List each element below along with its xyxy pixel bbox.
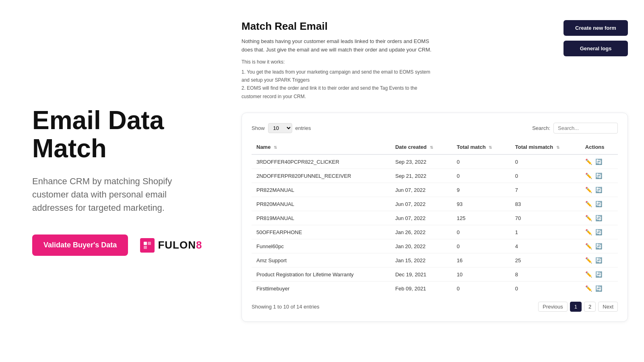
cell-name: PR819MANUAL [252,211,390,225]
table-row: 3RDOFFER40PCPR822_CLICKER Sep 23, 2022 0… [252,154,618,169]
cell-name: PR820MANUAL [252,197,390,211]
action-buttons: Create new form General logs [564,20,628,56]
steps-text: 1. You get the leads from your marketing… [242,68,435,101]
cell-date: Feb 09, 2021 [390,282,452,296]
cell-actions: ✏️ 🔄 [580,253,618,267]
page-2-button[interactable]: 2 [584,302,596,312]
refresh-icon[interactable]: 🔄 [595,201,602,207]
cta-row: Validate Buyer's Data FULON8 [32,234,201,256]
cell-date: Jan 15, 2022 [390,253,452,267]
table-row: PR822MANUAL Jun 07, 2022 9 7 ✏️ 🔄 [252,183,618,197]
table-row: Firsttimebuyer Feb 09, 2021 0 0 ✏️ 🔄 [252,282,618,296]
left-panel: Email Data Match Enhance CRM by matching… [0,0,233,362]
cell-match: 0 [452,239,510,253]
description-area: Match Real Email Nothing beats having yo… [242,20,435,101]
section-title: Match Real Email [242,20,435,33]
cell-actions: ✏️ 🔄 [580,211,618,225]
table-row: 2NDOFFERPR820FUNNEL_RECEIVER Sep 21, 202… [252,169,618,183]
refresh-icon[interactable]: 🔄 [595,257,602,263]
cell-actions: ✏️ 🔄 [580,239,618,253]
cell-mismatch: 25 [510,253,580,267]
next-button[interactable]: Next [598,302,618,312]
refresh-icon[interactable]: 🔄 [595,285,602,292]
table-row: PR819MANUAL Jun 07, 2022 125 70 ✏️ 🔄 [252,211,618,225]
cell-name: Amz Support [252,253,390,267]
cell-name: PR822MANUAL [252,183,390,197]
table-header-row: Name ⇅ Date created ⇅ Total match ⇅ Tota… [252,140,618,154]
cell-actions: ✏️ 🔄 [580,282,618,296]
table-controls: Show 10 25 50 100 entries Search: [252,123,618,134]
cell-name: Firsttimebuyer [252,282,390,296]
edit-icon[interactable]: ✏️ [585,201,592,207]
cell-match: 10 [452,267,510,282]
svg-rect-0 [144,242,147,245]
cell-mismatch: 83 [510,197,580,211]
refresh-icon[interactable]: 🔄 [595,215,602,221]
cell-name: 50OFFEARPHONE [252,225,390,239]
edit-icon[interactable]: ✏️ [585,187,592,193]
refresh-icon[interactable]: 🔄 [595,229,602,235]
cell-match: 0 [452,154,510,169]
cell-date: Sep 23, 2022 [390,154,452,169]
edit-icon[interactable]: ✏️ [585,271,592,278]
col-actions: Actions [580,140,618,154]
edit-icon[interactable]: ✏️ [585,285,592,292]
logo-icon [140,238,155,253]
logo-text: FULON8 [158,239,202,251]
showing-text: Showing 1 to 10 of 14 entries [252,304,319,310]
validate-button[interactable]: Validate Buyer's Data [32,234,128,256]
table-row: PR820MANUAL Jun 07, 2022 93 83 ✏️ 🔄 [252,197,618,211]
cell-match: 0 [452,169,510,183]
edit-icon[interactable]: ✏️ [585,257,592,263]
table-footer: Showing 1 to 10 of 14 entries Previous 1… [252,302,618,312]
cell-mismatch: 7 [510,183,580,197]
col-name: Name ⇅ [252,140,390,154]
edit-icon[interactable]: ✏️ [585,215,592,221]
table-row: Amz Support Jan 15, 2022 16 25 ✏️ 🔄 [252,253,618,267]
data-table: Name ⇅ Date created ⇅ Total match ⇅ Tota… [252,140,618,295]
cell-name: Product Registration for Lifetime Warran… [252,267,390,282]
pagination: Previous 1 2 Next [538,302,618,312]
cell-actions: ✏️ 🔄 [580,183,618,197]
cell-actions: ✏️ 🔄 [580,267,618,282]
search-input[interactable] [553,123,618,134]
cell-actions: ✏️ 🔄 [580,169,618,183]
refresh-icon[interactable]: 🔄 [595,243,602,249]
cell-mismatch: 8 [510,267,580,282]
cell-actions: ✏️ 🔄 [580,154,618,169]
cell-date: Jun 07, 2022 [390,183,452,197]
refresh-icon[interactable]: 🔄 [595,173,602,179]
sort-date-icon: ⇅ [430,145,433,150]
cell-date: Jan 26, 2022 [390,225,452,239]
cell-actions: ✏️ 🔄 [580,225,618,239]
logo: FULON8 [140,238,202,253]
col-date: Date created ⇅ [390,140,452,154]
sort-mismatch-icon: ⇅ [556,145,559,150]
refresh-icon[interactable]: 🔄 [595,158,602,165]
cell-name: 3RDOFFER40PCPR822_CLICKER [252,154,390,169]
edit-icon[interactable]: ✏️ [585,243,592,249]
cell-match: 0 [452,225,510,239]
general-logs-button[interactable]: General logs [564,41,628,56]
cell-date: Jun 07, 2022 [390,211,452,225]
edit-icon[interactable]: ✏️ [585,229,592,235]
create-new-form-button[interactable]: Create new form [564,20,628,36]
col-mismatch: Total mismatch ⇅ [510,140,580,154]
cell-match: 9 [452,183,510,197]
page-1-button[interactable]: 1 [570,302,582,312]
cell-date: Jan 20, 2022 [390,239,452,253]
section-desc: Nothing beats having your customer email… [242,37,435,54]
refresh-icon[interactable]: 🔄 [595,187,602,193]
prev-button[interactable]: Previous [538,302,568,312]
entries-select[interactable]: 10 25 50 100 [268,123,292,133]
search-area: Search: [532,123,618,134]
logo-accent: 8 [196,239,202,251]
refresh-icon[interactable]: 🔄 [595,271,602,278]
cell-match: 125 [452,211,510,225]
how-it-works-label: This is how it works: [242,59,435,65]
edit-icon[interactable]: ✏️ [585,158,592,165]
cell-mismatch: 0 [510,169,580,183]
edit-icon[interactable]: ✏️ [585,173,592,179]
table-row: 50OFFEARPHONE Jan 26, 2022 0 1 ✏️ 🔄 [252,225,618,239]
cell-match: 16 [452,253,510,267]
